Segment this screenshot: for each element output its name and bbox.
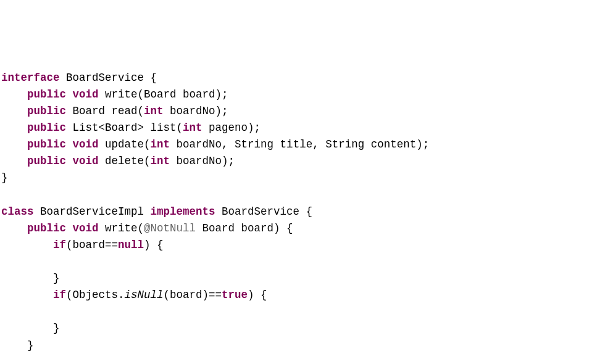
code-token: boardNo);: [170, 155, 235, 167]
code-token: void: [73, 222, 99, 234]
code-token: true: [222, 289, 248, 301]
code-token: }: [1, 339, 34, 352]
code-token: [66, 222, 73, 234]
code-token: ) {: [144, 239, 164, 251]
code-token: public: [27, 222, 66, 234]
code-token: [1, 105, 27, 117]
code-token: Board board) {: [196, 222, 293, 234]
code-token: public: [27, 122, 66, 134]
code-token: [1, 122, 27, 134]
code-token: null: [118, 239, 144, 251]
code-token: (board==: [66, 239, 118, 251]
code-token: BoardService {: [215, 205, 313, 218]
code-token: class: [1, 205, 34, 218]
code-token: [1, 239, 53, 251]
code-token: Board read(: [66, 105, 144, 117]
code-token: update(: [99, 138, 151, 151]
code-token: if: [53, 239, 66, 251]
code-block: interface BoardService { public void wri…: [1, 70, 612, 365]
code-token: write(: [99, 222, 144, 234]
code-token: void: [73, 88, 99, 101]
code-token: interface: [1, 72, 60, 84]
code-token: write(Board board);: [99, 88, 228, 101]
code-token: implements: [151, 205, 215, 218]
code-token: BoardServiceImpl: [34, 205, 151, 218]
code-token: [1, 289, 53, 301]
code-token: public: [27, 105, 66, 117]
code-token: public: [27, 138, 66, 151]
code-token: }: [1, 322, 60, 334]
code-token: void: [73, 155, 99, 167]
code-token: }: [1, 172, 8, 184]
code-token: boardNo, String title, String content);: [170, 138, 429, 151]
code-token: [66, 155, 73, 167]
code-token: BoardService {: [60, 72, 157, 84]
code-token: @NotNull: [144, 222, 196, 234]
code-token: [1, 88, 27, 101]
code-token: boardNo);: [164, 105, 228, 117]
code-token: if: [53, 289, 66, 301]
code-token: }: [1, 272, 60, 284]
code-token: (board)==: [164, 289, 222, 301]
code-token: pageno);: [202, 122, 261, 134]
code-token: int: [151, 155, 170, 167]
code-token: int: [183, 122, 202, 134]
code-token: (Objects.: [66, 289, 125, 301]
code-token: ) {: [248, 289, 267, 301]
code-token: public: [27, 88, 66, 101]
code-token: [66, 88, 73, 101]
code-token: int: [144, 105, 164, 117]
code-token: isNull: [125, 289, 164, 301]
code-token: delete(: [99, 155, 151, 167]
code-token: int: [151, 138, 170, 151]
code-token: [1, 222, 27, 234]
code-token: void: [73, 138, 99, 151]
code-token: [1, 155, 27, 167]
code-token: public: [27, 155, 66, 167]
code-token: List<Board> list(: [66, 122, 183, 134]
code-token: [1, 138, 27, 151]
code-token: [66, 138, 73, 151]
